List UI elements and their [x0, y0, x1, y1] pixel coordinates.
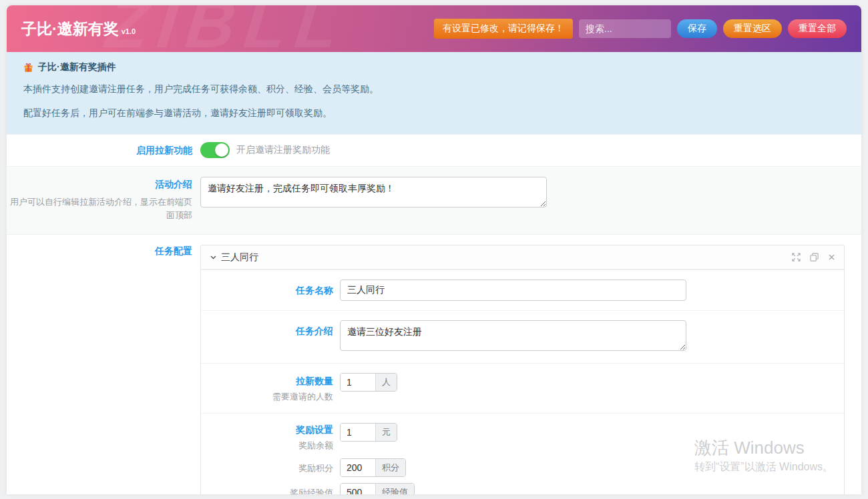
- reset-selection-button[interactable]: 重置选区: [723, 19, 782, 38]
- rewards-row: 奖励设置 奖励余额 元 奖励积分: [201, 413, 844, 494]
- page-title-text: 子比·邀新有奖: [21, 20, 119, 37]
- info-banner-line2: 配置好任务后，用户可在前端参与邀请活动，邀请好友注册即可领取奖励。: [23, 105, 845, 120]
- task-config-row: 任务配置 三人同行: [7, 234, 861, 494]
- activity-intro-description: 用户可以自行编辑拉新活动介绍，显示在前端页面顶部: [7, 195, 192, 222]
- task-panel-header[interactable]: 三人同行: [201, 245, 844, 270]
- reward-balance-label-col: 奖励设置 奖励余额: [201, 423, 340, 452]
- save-button[interactable]: 保存: [677, 19, 717, 38]
- info-banner: 子比·邀新有奖插件 本插件支持创建邀请注册任务，用户完成任务可获得余额、积分、经…: [7, 52, 861, 134]
- task-intro-label: 任务介绍: [296, 326, 333, 336]
- invite-count-label: 拉新数量: [201, 376, 333, 388]
- task-intro-row: 任务介绍 邀请三位好友注册: [201, 310, 844, 363]
- task-panel: 三人同行: [200, 245, 845, 494]
- task-name-row: 任务名称: [201, 270, 844, 310]
- search-input[interactable]: [579, 19, 671, 38]
- brand-watermark: ZIBLL: [103, 5, 351, 52]
- reward-points-line: 奖励积分 积分: [201, 458, 844, 477]
- task-intro-label-col: 任务介绍: [201, 320, 340, 354]
- enable-feature-label: 启用拉新功能: [136, 145, 192, 155]
- settings-card: ZIBLL 子比·邀新有奖v1.0 有设置已修改，请记得保存！ 保存 重置选区 …: [7, 5, 861, 494]
- invite-count-unit: 人: [375, 374, 397, 391]
- activity-intro-textarea[interactable]: 邀请好友注册，完成任务即可领取丰厚奖励！: [200, 177, 547, 207]
- reset-all-button[interactable]: 重置全部: [788, 19, 847, 38]
- task-name-label-col: 任务名称: [201, 280, 340, 301]
- page-title: 子比·邀新有奖v1.0: [21, 19, 136, 39]
- task-intro-textarea[interactable]: 邀请三位好友注册: [340, 320, 686, 351]
- info-banner-line1: 本插件支持创建邀请注册任务，用户完成任务可获得余额、积分、经验、会员等奖励。: [23, 81, 845, 96]
- reward-exp-line: 奖励经验值 经验值: [201, 483, 844, 494]
- task-config-label-col: 任务配置: [7, 245, 192, 494]
- reward-exp-group: 经验值: [340, 483, 415, 494]
- reward-points-label: 奖励积分: [298, 463, 333, 473]
- page: ZIBLL 子比·邀新有奖v1.0 有设置已修改，请记得保存！ 保存 重置选区 …: [0, 0, 868, 499]
- reward-balance-group: 元: [340, 423, 397, 442]
- invite-count-input[interactable]: [341, 374, 375, 391]
- reward-balance-unit: 元: [375, 424, 397, 441]
- activity-intro-row: 活动介绍 用户可以自行编辑拉新活动介绍，显示在前端页面顶部 邀请好友注册，完成任…: [7, 166, 861, 234]
- task-name-label: 任务名称: [296, 285, 333, 296]
- invite-count-control: 人: [340, 373, 844, 404]
- info-banner-title-text: 子比·邀新有奖插件: [38, 61, 116, 73]
- chevron-down-icon[interactable]: [210, 254, 217, 261]
- rewards-settings-label: 奖励设置: [201, 424, 333, 436]
- reward-exp-label: 奖励经验值: [290, 488, 333, 494]
- activity-intro-control: 邀请好友注册，完成任务即可领取丰厚奖励！: [192, 177, 861, 222]
- enable-feature-description: 开启邀请注册奖励功能: [236, 143, 330, 157]
- enable-feature-control: 开启邀请注册奖励功能: [192, 142, 861, 158]
- close-icon[interactable]: [828, 254, 835, 261]
- reward-exp-unit: 经验值: [375, 484, 414, 494]
- task-name-input[interactable]: [340, 280, 686, 301]
- activity-intro-label: 活动介绍: [155, 179, 192, 189]
- enable-feature-toggle[interactable]: [200, 142, 230, 158]
- reward-points-label-col: 奖励积分: [201, 458, 340, 477]
- reward-balance-input[interactable]: [341, 424, 375, 441]
- info-banner-title: 子比·邀新有奖插件: [23, 61, 845, 73]
- reward-points-unit: 积分: [375, 459, 405, 476]
- reward-balance-line: 奖励设置 奖励余额 元: [201, 423, 844, 452]
- activity-intro-label-col: 活动介绍 用户可以自行编辑拉新活动介绍，显示在前端页面顶部: [7, 177, 192, 222]
- header: ZIBLL 子比·邀新有奖v1.0 有设置已修改，请记得保存！ 保存 重置选区 …: [7, 5, 861, 52]
- reward-balance-label: 奖励余额: [298, 440, 333, 450]
- task-panel-actions: [792, 253, 835, 262]
- task-config-content: 三人同行: [192, 245, 861, 494]
- version-badge: v1.0: [122, 27, 136, 35]
- rewards-lines: 奖励设置 奖励余额 元 奖励积分: [201, 423, 844, 494]
- invite-count-label-col: 拉新数量 需要邀请的人数: [201, 373, 340, 404]
- reward-exp-input[interactable]: [341, 484, 375, 494]
- reward-points-input[interactable]: [341, 459, 375, 476]
- enable-feature-label-col: 启用拉新功能: [7, 144, 192, 157]
- invite-count-row: 拉新数量 需要邀请的人数 人: [201, 363, 844, 413]
- unsaved-changes-notice: 有设置已修改，请记得保存！: [434, 19, 573, 39]
- enable-feature-row: 启用拉新功能 开启邀请注册奖励功能: [7, 134, 861, 166]
- task-name-control: [340, 280, 844, 301]
- reward-points-group: 积分: [340, 458, 406, 477]
- duplicate-icon[interactable]: [810, 253, 819, 262]
- header-actions: 有设置已修改，请记得保存！ 保存 重置选区 重置全部: [434, 19, 847, 39]
- reward-exp-label-col: 奖励经验值: [201, 483, 340, 494]
- toggle-knob: [215, 143, 228, 157]
- gift-icon: [23, 63, 33, 73]
- task-panel-title: 三人同行: [221, 252, 258, 264]
- expand-icon[interactable]: [792, 253, 801, 262]
- task-intro-control: 邀请三位好友注册: [340, 320, 844, 354]
- task-config-label: 任务配置: [155, 245, 192, 256]
- invite-count-group: 人: [340, 373, 397, 392]
- invite-count-description: 需要邀请的人数: [272, 392, 333, 402]
